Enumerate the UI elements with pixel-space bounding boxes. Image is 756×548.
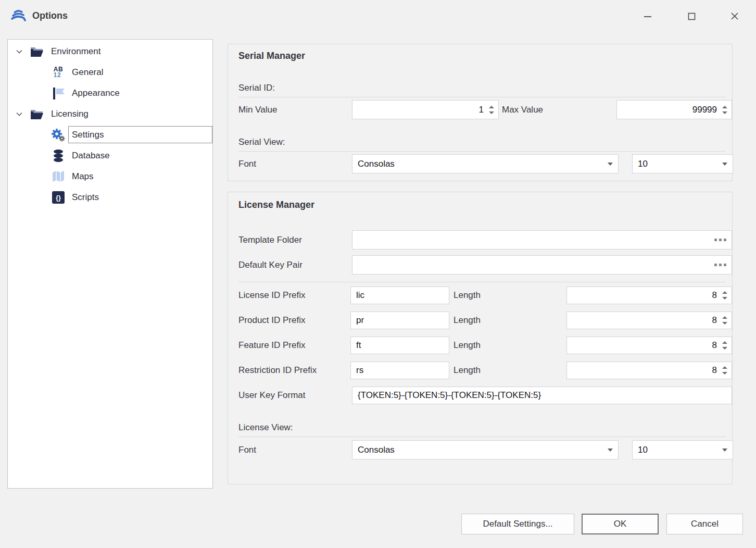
feature-id-prefix-input[interactable]: ft (350, 337, 449, 354)
restriction-id-length-spinner[interactable]: 8 (566, 362, 732, 379)
restriction-id-prefix-input[interactable]: rs (350, 362, 449, 379)
license-manager-group: License Manager Template Folder Default … (228, 192, 733, 484)
font-value: Consolas (358, 159, 608, 169)
separator (238, 97, 726, 97)
default-settings-button[interactable]: Default Settings... (461, 514, 574, 534)
dropdown-arrow-icon (608, 163, 613, 166)
sidebar-item-label: Appearance (72, 88, 120, 98)
sidebar-item-maps[interactable]: Maps (8, 166, 212, 187)
user-key-format-input[interactable]: {TOKEN:5}-{TOKEN:5}-{TOKEN:5}-{TOKEN:5} (352, 387, 732, 404)
minimize-icon (644, 12, 652, 20)
serial-manager-group: Serial Manager Serial ID: Min Value 1 Ma… (228, 44, 733, 181)
font-label: Font (238, 445, 256, 455)
min-value-label: Min Value (238, 105, 277, 115)
braces-icon: {} (51, 191, 66, 204)
sidebar-item-general[interactable]: AB12 General (8, 62, 212, 83)
sidebar-item-label: Licensing (51, 109, 89, 119)
sidebar-item-label: Database (72, 151, 110, 161)
ab12-icon: AB12 (51, 67, 66, 78)
spinner-arrows-icon[interactable] (489, 106, 494, 114)
cancel-button[interactable]: Cancel (666, 514, 743, 534)
sidebar-item-licensing[interactable]: Licensing (8, 104, 212, 124)
title-bar: Options (0, 0, 756, 32)
license-id-prefix-label: License ID Prefix (238, 290, 306, 301)
separator (238, 151, 726, 152)
window-title: Options (32, 10, 68, 21)
dropdown-arrow-icon (608, 449, 613, 452)
sidebar-item-label: Maps (72, 171, 94, 182)
serial-id-section-label: Serial ID: (238, 83, 275, 93)
prefix-value: pr (356, 315, 444, 326)
license-font-size-dropdown[interactable]: 10 (632, 440, 733, 459)
sidebar-item-database[interactable]: Database (8, 145, 212, 166)
min-value-spinner[interactable]: 1 (352, 100, 499, 119)
spinner-arrows-icon[interactable] (722, 316, 727, 325)
spinner-arrows-icon[interactable] (722, 291, 727, 300)
product-id-length-spinner[interactable]: 8 (566, 312, 732, 329)
font-size-value: 10 (638, 159, 722, 169)
default-key-pair-input[interactable] (352, 255, 732, 275)
length-value: 8 (572, 315, 717, 326)
close-icon (730, 12, 739, 20)
product-id-prefix-label: Product ID Prefix (238, 315, 306, 326)
gear-icon (51, 128, 66, 142)
max-value-label: Max Value (502, 105, 543, 115)
prefix-value: ft (356, 340, 444, 351)
license-view-section-label: License View: (238, 422, 293, 433)
prefix-value: rs (356, 365, 444, 376)
license-font-dropdown[interactable]: Consolas (352, 440, 619, 459)
database-icon (51, 149, 66, 163)
sidebar-item-appearance[interactable]: Appearance (8, 83, 212, 104)
sidebar-item-label: Environment (51, 46, 100, 57)
length-label: Length (453, 290, 481, 301)
folder-open-icon (30, 108, 45, 120)
font-value: Consolas (358, 445, 608, 455)
license-id-length-spinner[interactable]: 8 (566, 287, 732, 304)
flag-icon (51, 87, 66, 100)
length-value: 8 (572, 340, 717, 351)
length-label: Length (453, 315, 481, 326)
max-value-spinner[interactable]: 99999 (616, 100, 732, 119)
close-button[interactable] (723, 5, 746, 28)
template-folder-input[interactable] (352, 230, 732, 250)
group-title: License Manager (238, 200, 314, 210)
font-label: Font (238, 159, 256, 169)
sidebar-item-label: Settings (72, 130, 104, 140)
chevron-down-icon[interactable] (16, 112, 23, 116)
restriction-id-prefix-label: Restriction ID Prefix (238, 365, 317, 376)
sidebar-item-label: General (72, 67, 103, 78)
license-id-prefix-input[interactable]: lic (350, 287, 449, 304)
spinner-arrows-icon[interactable] (722, 106, 727, 114)
serial-view-section-label: Serial View: (238, 137, 285, 147)
sidebar-item-scripts[interactable]: {} Scripts (8, 187, 212, 208)
sidebar-item-environment[interactable]: Environment (8, 41, 212, 62)
map-icon (51, 170, 66, 183)
prefix-value: lic (356, 290, 444, 301)
user-key-format-label: User Key Format (238, 390, 305, 401)
maximize-button[interactable] (680, 5, 703, 28)
serial-font-size-dropdown[interactable]: 10 (632, 154, 733, 173)
length-value: 8 (572, 290, 717, 301)
font-size-value: 10 (638, 445, 722, 455)
template-folder-label: Template Folder (238, 235, 302, 245)
default-key-pair-label: Default Key Pair (238, 260, 303, 270)
minimize-button[interactable] (636, 5, 659, 28)
group-title: Serial Manager (238, 51, 305, 61)
dropdown-arrow-icon (722, 449, 727, 452)
feature-id-prefix-label: Feature ID Prefix (238, 340, 306, 351)
chevron-down-icon[interactable] (16, 49, 23, 54)
sidebar-item-settings[interactable]: Settings (8, 124, 212, 145)
folder-open-icon (30, 46, 45, 58)
serial-font-dropdown[interactable]: Consolas (352, 154, 619, 173)
min-value: 1 (358, 105, 484, 115)
ellipsis-browse-icon[interactable] (714, 264, 726, 266)
product-id-prefix-input[interactable]: pr (350, 312, 449, 329)
ellipsis-browse-icon[interactable] (714, 239, 726, 241)
feature-id-length-spinner[interactable]: 8 (566, 337, 732, 354)
user-key-format-value: {TOKEN:5}-{TOKEN:5}-{TOKEN:5}-{TOKEN:5} (358, 390, 726, 401)
spinner-arrows-icon[interactable] (722, 341, 727, 350)
ok-button[interactable]: OK (582, 514, 659, 534)
separator (238, 437, 726, 437)
spinner-arrows-icon[interactable] (722, 366, 727, 375)
length-label: Length (453, 365, 481, 376)
